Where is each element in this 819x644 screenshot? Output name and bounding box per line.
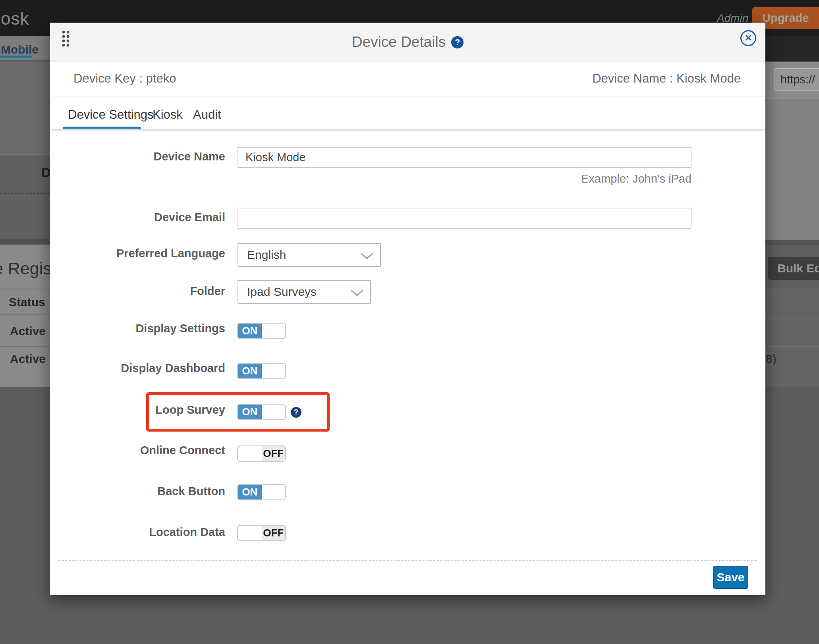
save-button[interactable]: Save xyxy=(713,566,748,589)
tab-kiosk[interactable]: Kiosk xyxy=(153,108,183,122)
device-name-input[interactable] xyxy=(238,147,692,168)
footer-dashed-divider xyxy=(58,560,757,561)
back-button-toggle[interactable]: ON xyxy=(237,484,286,500)
tab-mobile-underline xyxy=(0,56,32,58)
bg-dashed-divider xyxy=(0,193,50,194)
folder-select[interactable]: Ipad Surveys xyxy=(238,280,371,304)
folder-label: Folder xyxy=(50,285,225,298)
modal-subheader: Device Key : pteko Device Name : Kiosk M… xyxy=(50,62,765,96)
device-email-input[interactable] xyxy=(238,208,692,229)
display-settings-label: Display Settings xyxy=(50,322,225,335)
bg-table-border xyxy=(765,318,819,318)
online-connect-label: Online Connect xyxy=(50,444,225,457)
bg-table-right-strip: ) 8) xyxy=(765,289,819,387)
device-name-hint: Example: John's iPad xyxy=(50,172,692,185)
preferred-language-value: English xyxy=(247,248,286,261)
back-button-label: Back Button xyxy=(50,485,225,498)
app-logo-partial: osk xyxy=(1,9,29,29)
bg-section-title-partial: e Registr xyxy=(0,259,50,278)
bg-table-header-status: Status xyxy=(9,295,45,309)
bg-panel-right xyxy=(765,99,819,240)
url-input[interactable]: https:// xyxy=(775,68,819,91)
folder-value: Ipad Surveys xyxy=(247,285,317,298)
tab-device-settings[interactable]: Device Settings xyxy=(68,108,153,122)
toggle-state-label: ON xyxy=(238,364,262,378)
preferred-language-select[interactable]: English xyxy=(238,243,381,267)
chevron-down-icon xyxy=(350,289,364,297)
modal-tabs: Device Settings Kiosk Audit xyxy=(50,96,765,129)
bg-table-border xyxy=(765,289,819,289)
toggle-state-label: ON xyxy=(238,485,262,499)
device-name-text: Device Name : Kiosk Mode xyxy=(592,71,741,86)
bg-gap-right xyxy=(765,240,819,245)
help-icon[interactable]: ? xyxy=(451,36,464,48)
device-email-label: Device Email xyxy=(50,211,225,224)
bulk-edit-button[interactable]: Bulk Edit xyxy=(768,257,819,280)
bg-heading-partial: D xyxy=(41,165,51,180)
close-icon[interactable]: ✕ xyxy=(740,30,756,46)
loop-survey-highlight-box xyxy=(146,392,330,432)
tab-audit[interactable]: Audit xyxy=(193,108,221,122)
active-tab-underline xyxy=(63,127,141,129)
toggle-state-label: OFF xyxy=(262,526,286,540)
tab-mobile[interactable]: Mobile xyxy=(1,43,39,56)
bg-table-border xyxy=(765,346,819,347)
bg-panel-top-right: https:// xyxy=(765,62,819,99)
display-dashboard-toggle[interactable]: ON xyxy=(237,363,286,379)
bg-panel-registrations: e Registr Status Active Active xyxy=(0,245,50,387)
online-connect-toggle[interactable]: OFF xyxy=(237,445,286,462)
bg-table-border xyxy=(0,289,50,289)
modal-title: Device Details xyxy=(352,34,446,50)
modal-header: Device Details ? ✕ xyxy=(50,23,765,62)
bg-table-border xyxy=(0,314,50,315)
subnav-right-strip xyxy=(765,36,819,62)
subnav-tabbar: Mobile xyxy=(0,36,50,62)
bg-row-value-partial: 8) xyxy=(766,352,777,366)
chevron-down-icon xyxy=(360,253,374,260)
device-key-text: Device Key : pteko xyxy=(73,71,176,86)
location-data-toggle[interactable]: OFF xyxy=(237,525,286,541)
bg-table-row-status: Active xyxy=(10,352,46,366)
bg-panel-top-left xyxy=(0,62,50,155)
bg-table-border xyxy=(0,346,50,347)
bg-gap-left xyxy=(0,239,50,245)
toggle-state-label: OFF xyxy=(262,446,286,461)
display-settings-toggle[interactable]: ON xyxy=(237,323,286,339)
device-details-modal: Device Details ? ✕ Device Key : pteko De… xyxy=(50,23,765,595)
bg-panel-bulk-edit: Bulk Edit xyxy=(765,245,819,289)
device-name-label: Device Name xyxy=(50,150,225,163)
display-dashboard-label: Display Dashboard xyxy=(50,362,225,375)
preferred-language-label: Preferred Language xyxy=(50,247,225,260)
bg-panel-form-left: D xyxy=(0,155,50,239)
location-data-label: Location Data xyxy=(50,526,225,539)
toggle-state-label: ON xyxy=(238,324,262,338)
modal-title-row: Device Details ? xyxy=(50,23,765,62)
bg-table-row-status: Active xyxy=(10,324,46,338)
